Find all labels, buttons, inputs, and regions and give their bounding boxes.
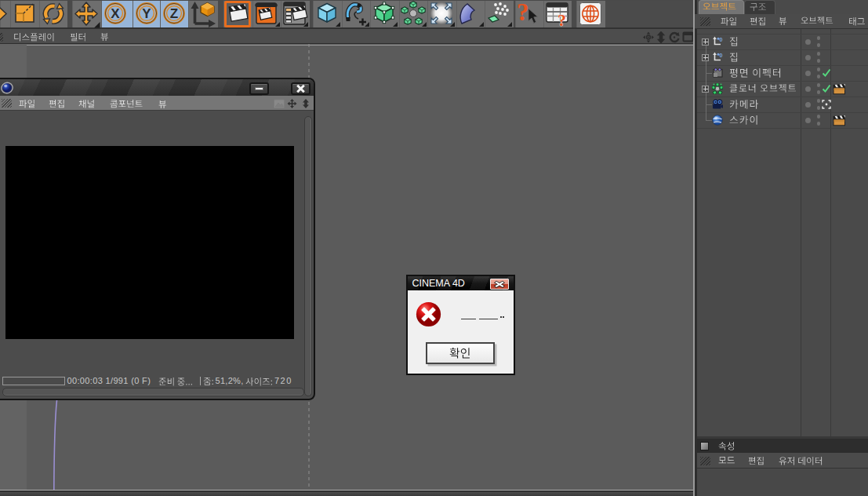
svg-text:?: ? [557, 10, 566, 28]
svg-text:X: X [111, 6, 120, 21]
svg-text:?: ? [517, 0, 529, 26]
svg-text:0: 0 [720, 37, 723, 42]
svg-text:0: 0 [720, 53, 723, 58]
svg-text:Y: Y [142, 6, 151, 21]
svg-text:Z: Z [170, 6, 178, 21]
